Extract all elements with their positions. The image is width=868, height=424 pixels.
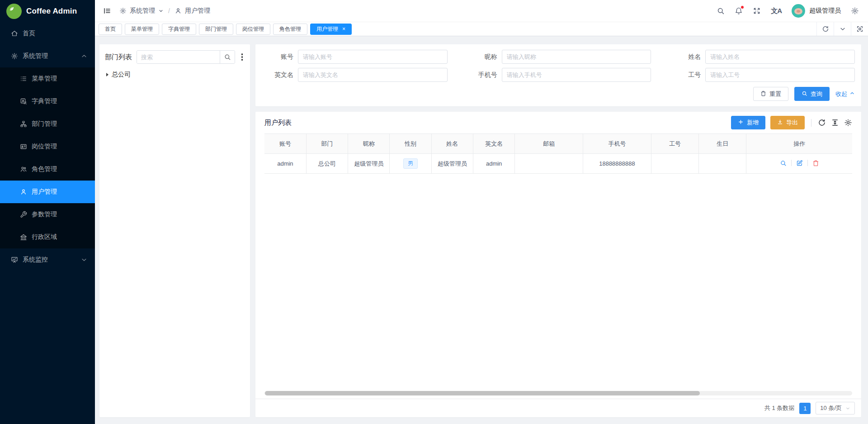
sidebar-item-label: 岗位管理	[32, 143, 57, 151]
tree-search-button[interactable]	[220, 51, 235, 63]
user-list-header: 用户列表 新增 导出	[264, 112, 852, 133]
tab-menu-management[interactable]: 菜单管理	[125, 24, 159, 35]
sidebar-item-label: 部门管理	[32, 120, 57, 128]
sidebar-item-system-monitor[interactable]: 系统监控	[0, 248, 95, 271]
refresh-icon[interactable]	[816, 22, 834, 36]
tab-controls	[816, 22, 868, 36]
search-form-actions: 重置 查询 收起	[255, 87, 855, 101]
more-options-icon[interactable]	[240, 52, 245, 62]
main-column: 账号 昵称 姓名 英文名	[255, 44, 861, 417]
tab-department-management[interactable]: 部门管理	[199, 24, 233, 35]
sidebar-item-parameter-management[interactable]: 参数管理	[0, 203, 95, 226]
cell-birthday	[699, 154, 746, 174]
gear-icon	[11, 52, 18, 60]
sidebar-item-label: 系统管理	[23, 52, 48, 60]
sidebar-item-label: 角色管理	[32, 165, 57, 173]
sidebar-item-label: 系统监控	[23, 256, 48, 264]
sidebar-item-role-management[interactable]: 角色管理	[0, 158, 95, 181]
chevron-down-icon	[845, 406, 850, 411]
col-department: 部门	[306, 134, 348, 154]
sidebar-item-dictionary-management[interactable]: 字典管理	[0, 90, 95, 113]
page-number-button[interactable]: 1	[799, 403, 811, 414]
search-icon	[802, 91, 807, 98]
sidebar-collapse-icon[interactable]	[103, 7, 111, 15]
sidebar-item-menu-management[interactable]: 菜单管理	[0, 67, 95, 90]
col-nickname: 昵称	[348, 134, 390, 154]
account-input[interactable]	[298, 50, 448, 64]
header-actions: 文A 超级管理员	[717, 4, 859, 18]
sidebar-item-admin-region[interactable]: 行政区域	[0, 226, 95, 248]
english-name-input[interactable]	[298, 68, 448, 82]
scrollbar-thumb[interactable]	[265, 391, 700, 395]
cell-email	[515, 154, 583, 174]
user-list-title: 用户列表	[264, 119, 292, 127]
delete-button[interactable]	[812, 160, 819, 167]
work-no-input[interactable]	[705, 68, 855, 82]
column-settings-gear-icon[interactable]	[844, 119, 852, 127]
caret-right-icon[interactable]	[106, 73, 108, 76]
refresh-icon[interactable]	[818, 119, 826, 127]
horizontal-scrollbar	[264, 391, 852, 395]
tab-post-management[interactable]: 岗位管理	[236, 24, 270, 35]
tree-node-root[interactable]: 总公司	[105, 71, 245, 79]
sidebar-item-user-management[interactable]: 用户管理	[0, 181, 95, 203]
page-size-select[interactable]: 10 条/页	[816, 402, 855, 414]
chevron-down-icon[interactable]	[834, 22, 851, 36]
view-button[interactable]	[780, 160, 787, 167]
top-header: 系统管理 / 用户管理 文A 超级管理员	[95, 0, 868, 22]
gender-tag: 男	[403, 158, 418, 168]
sidebar-item-post-management[interactable]: 岗位管理	[0, 135, 95, 158]
row-height-icon[interactable]	[831, 119, 839, 127]
sidebar-item-label: 字典管理	[32, 97, 57, 105]
dictionary-icon	[20, 98, 27, 105]
translate-icon[interactable]: 文A	[771, 7, 782, 15]
sidebar-item-home[interactable]: 首页	[0, 22, 95, 45]
query-button[interactable]: 查询	[794, 87, 830, 101]
collapse-form-link[interactable]: 收起	[835, 90, 855, 98]
tab-dictionary-management[interactable]: 字典管理	[162, 24, 196, 35]
sidebar: Coffee Admin 首页 系统管理 菜单管理 字典管理	[0, 0, 95, 424]
field-name: 姓名	[663, 50, 855, 64]
cell-account: admin	[264, 154, 306, 174]
id-card-icon	[20, 143, 27, 150]
reset-label: 重置	[769, 90, 781, 98]
avatar	[792, 4, 805, 18]
tab-home[interactable]: 首页	[99, 24, 122, 35]
col-name: 姓名	[431, 134, 473, 154]
field-english-name: 英文名	[255, 68, 448, 82]
add-user-button[interactable]: 新增	[731, 116, 765, 129]
tab-user-management[interactable]: 用户管理 ×	[310, 24, 352, 35]
sidebar-item-system-management[interactable]: 系统管理	[0, 45, 95, 67]
export-button[interactable]: 导出	[770, 116, 805, 129]
cell-gender: 男	[390, 154, 431, 174]
nickname-input[interactable]	[502, 50, 651, 64]
breadcrumb-level2: 用户管理	[185, 7, 210, 15]
home-icon	[11, 30, 18, 37]
tree-panel-header: 部门列表	[105, 50, 245, 64]
page-size-label: 10 条/页	[820, 404, 842, 412]
gear-icon	[119, 7, 127, 14]
close-icon[interactable]: ×	[342, 26, 345, 32]
chevron-down-icon[interactable]	[158, 8, 164, 14]
phone-input[interactable]	[502, 68, 651, 82]
fullscreen-icon[interactable]	[753, 7, 761, 15]
breadcrumb-level1[interactable]: 系统管理	[130, 7, 155, 15]
edit-button[interactable]	[796, 160, 803, 167]
tab-role-management[interactable]: 角色管理	[273, 24, 307, 35]
add-label: 新增	[747, 119, 759, 127]
col-phone: 手机号	[583, 134, 651, 154]
sidebar-item-department-management[interactable]: 部门管理	[0, 113, 95, 135]
search-icon[interactable]	[717, 7, 725, 15]
department-tree-panel: 部门列表 总公司	[99, 44, 250, 417]
settings-gear-icon[interactable]	[851, 7, 859, 15]
maximize-icon[interactable]	[851, 22, 868, 36]
tree-search-input[interactable]	[137, 51, 220, 63]
user-menu[interactable]: 超级管理员	[792, 4, 841, 18]
notification-bell-icon[interactable]	[735, 7, 743, 15]
name-input[interactable]	[705, 50, 855, 64]
chevron-up-icon	[849, 91, 855, 97]
user-icon	[175, 7, 182, 14]
tab-label: 字典管理	[168, 25, 190, 33]
col-work-no: 工号	[651, 134, 698, 154]
reset-button[interactable]: 重置	[753, 87, 788, 101]
